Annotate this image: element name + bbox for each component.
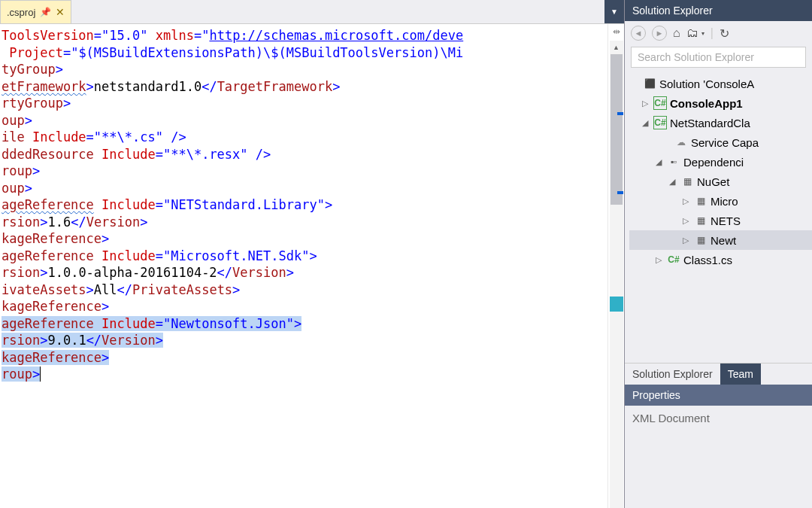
editor-pane: .csproj 📌 ✕ ▼ ToolsVersion="15.0" xmlns=…: [0, 0, 624, 508]
solution-explorer-pane: Solution Explorer ◄ ► ⌂ 🗂▾ | ↻ Search So…: [624, 0, 812, 508]
scrollbar-thumb[interactable]: [611, 54, 623, 205]
close-icon[interactable]: ✕: [56, 7, 65, 17]
se-toolbar: ◄ ► ⌂ 🗂▾ | ↻: [625, 21, 812, 45]
properties-title: Properties: [625, 385, 812, 406]
panel-title: Solution Explorer: [625, 0, 812, 21]
package-node-selected[interactable]: ▦Newt: [629, 230, 812, 250]
search-input[interactable]: Search Solution Explorer: [631, 47, 806, 68]
expand-icon[interactable]: [680, 216, 691, 226]
pin-icon[interactable]: 📌: [40, 7, 51, 17]
expand-icon[interactable]: [653, 255, 664, 265]
package-node[interactable]: ▦Micro: [629, 191, 812, 211]
nuget-node[interactable]: ▦NuGet: [629, 172, 812, 191]
project-node[interactable]: C#ConsoleApp1: [629, 93, 812, 113]
expand-icon[interactable]: [640, 99, 650, 108]
forward-icon[interactable]: ►: [652, 26, 667, 41]
file-tab[interactable]: .csproj 📌 ✕: [0, 0, 71, 23]
solution-node[interactable]: ⬛Solution 'ConsoleA: [629, 74, 812, 93]
back-icon[interactable]: ◄: [631, 26, 646, 41]
expand-icon[interactable]: [640, 118, 650, 128]
change-mark: [617, 191, 623, 194]
solution-tree[interactable]: ⬛Solution 'ConsoleA C#ConsoleApp1 C#NetS…: [625, 71, 812, 272]
expand-icon[interactable]: [667, 177, 677, 187]
scroll-up-icon[interactable]: ▲: [610, 41, 623, 54]
tab-solution-explorer[interactable]: Solution Explorer: [625, 364, 720, 385]
project-node[interactable]: C#NetStandardCla: [629, 113, 812, 132]
caret-mark: [610, 297, 623, 312]
tab-team[interactable]: Team: [720, 364, 761, 385]
editor-gutter: ⇹ ▲: [607, 24, 624, 508]
expand-icon[interactable]: [653, 157, 664, 167]
tab-bar-spacer: [71, 0, 604, 23]
split-icon[interactable]: ⇹: [611, 26, 623, 38]
expand-icon[interactable]: [680, 196, 691, 206]
expand-icon[interactable]: [680, 236, 691, 245]
pane-tabs: Solution Explorer Team: [625, 363, 812, 385]
change-mark: [617, 112, 623, 115]
refresh-icon[interactable]: ↻: [720, 26, 729, 41]
service-node[interactable]: ☁Service Capa: [629, 132, 812, 152]
home-icon[interactable]: ⌂: [673, 26, 680, 40]
scrollbar[interactable]: ▲: [610, 41, 623, 508]
properties-body: XML Document: [625, 406, 812, 430]
tab-bar: .csproj 📌 ✕ ▼: [0, 0, 624, 24]
sync-icon[interactable]: 🗂▾: [686, 26, 704, 40]
code-area[interactable]: ToolsVersion="15.0" xmlns="http://schema…: [0, 24, 607, 508]
dependencies-node[interactable]: ▪▫Dependenci: [629, 152, 812, 172]
editor-body: ToolsVersion="15.0" xmlns="http://schema…: [0, 24, 624, 508]
tab-label: .csproj: [7, 7, 35, 18]
tab-overflow-dropdown[interactable]: ▼: [604, 0, 624, 23]
file-node[interactable]: C#Class1.cs: [629, 250, 812, 269]
package-node[interactable]: ▦NETS: [629, 211, 812, 230]
